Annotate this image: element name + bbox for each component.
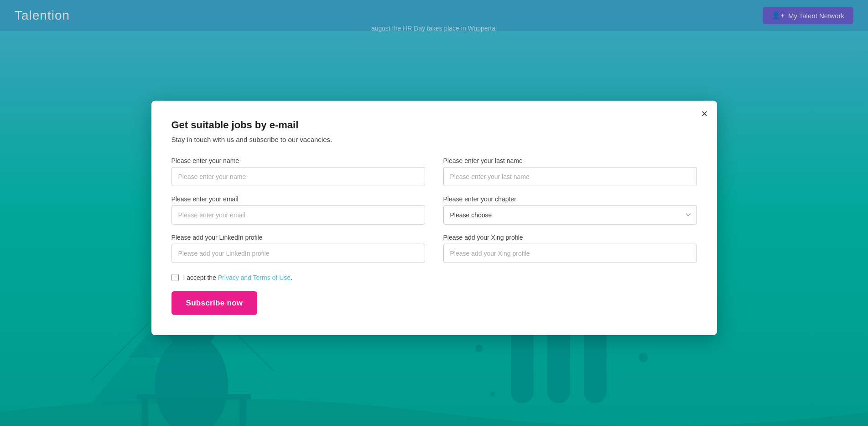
linkedin-field-group: Please add your LinkedIn profile [172,233,425,263]
chapter-select[interactable]: Please choose [443,205,697,224]
name-field-group: Please enter your name [172,157,425,186]
lastname-label: Please enter your last name [443,157,697,164]
privacy-link[interactable]: Privacy and Terms of Use [218,273,291,281]
close-button[interactable]: × [701,108,707,119]
name-input[interactable] [172,167,425,186]
terms-checkbox-row: I accept the Privacy and Terms of Use. [172,273,697,281]
linkedin-input[interactable] [172,243,425,263]
chapter-label: Please enter your chapter [443,195,697,202]
linkedin-label: Please add your LinkedIn profile [172,233,425,241]
chapter-field-group: Please enter your chapter Please choose [443,195,697,224]
xing-label: Please add your Xing profile [443,233,697,241]
xing-input[interactable] [443,243,697,263]
xing-field-group: Please add your Xing profile [443,233,697,263]
email-input[interactable] [172,205,425,224]
terms-checkbox[interactable] [172,273,179,281]
modal-title: Get suitable jobs by e-mail [172,119,697,131]
modal-subtitle: Stay in touch with us and subscribe to o… [172,135,697,143]
name-label: Please enter your name [172,157,425,164]
form-grid: Please enter your name Please enter your… [172,157,697,263]
terms-label[interactable]: I accept the Privacy and Terms of Use. [183,273,292,281]
checkbox-suffix: . [291,273,292,281]
modal-dialog: × Get suitable jobs by e-mail Stay in to… [151,100,717,335]
lastname-field-group: Please enter your last name [443,157,697,186]
lastname-input[interactable] [443,167,697,186]
checkbox-prefix: I accept the [183,273,218,281]
email-field-group: Please enter your email [172,195,425,224]
subscribe-button[interactable]: Subscribe now [172,291,258,315]
email-label: Please enter your email [172,195,425,202]
